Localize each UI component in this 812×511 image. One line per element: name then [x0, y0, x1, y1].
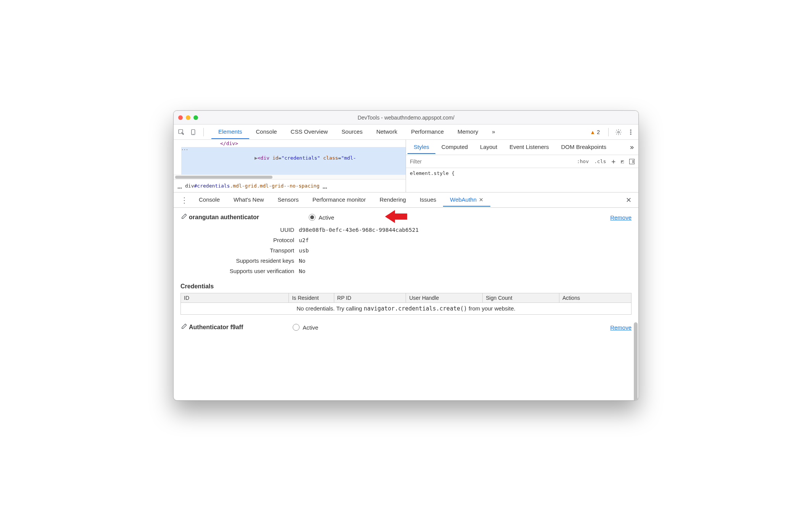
drawer-tabs: ⋮ Console What's New Sensors Performance… [174, 192, 638, 208]
active-radio-unchecked[interactable] [293, 324, 300, 331]
gear-icon[interactable] [613, 127, 624, 137]
credentials-empty-row: No credentials. Try calling navigator.cr… [181, 303, 632, 315]
col-actions: Actions [559, 293, 632, 303]
svg-point-5 [630, 131, 631, 132]
breadcrumb-prev[interactable]: … [177, 184, 182, 188]
active-label: Active [303, 324, 318, 331]
element-style-block[interactable]: element.style { [406, 168, 638, 178]
svg-point-6 [630, 134, 631, 134]
tab-sources[interactable]: Sources [335, 125, 369, 139]
device-toolbar-icon[interactable] [188, 127, 199, 137]
tab-console[interactable]: Console [249, 125, 284, 139]
tab-performance[interactable]: Performance [404, 125, 451, 139]
tab-network[interactable]: Network [369, 125, 404, 139]
hov-toggle[interactable]: :hov [577, 158, 589, 164]
drawer-tab-console[interactable]: Console [192, 193, 227, 207]
tab-dom-breakpoints[interactable]: DOM Breakpoints [555, 141, 612, 154]
webauthn-panel: orangutan authenticator Active Remove UU… [174, 208, 638, 400]
dom-selected-row[interactable]: ⋯ ▶<div id="credentials" class="mdl- [181, 147, 406, 169]
tab-computed[interactable]: Computed [435, 141, 474, 154]
mac-titlebar: DevTools - webauthndemo.appspot.com/ [174, 111, 638, 125]
col-id: ID [181, 293, 289, 303]
col-signcount: Sign Count [483, 293, 559, 303]
active-radio-checked[interactable] [309, 214, 316, 221]
edit-icon[interactable] [180, 213, 189, 222]
styles-pane: Styles Computed Layout Event Listeners D… [406, 140, 638, 192]
divider [608, 128, 609, 136]
dom-closing-div: </div> [220, 141, 238, 146]
horizontal-scrollbar[interactable] [174, 175, 406, 179]
annotation-arrow-icon [385, 208, 408, 225]
close-tab-icon[interactable]: ✕ [479, 197, 483, 203]
kv-resident-keys: Supports resident keysNo [180, 255, 632, 266]
authenticator-2-header: Authenticator f9aff Active Remove [180, 315, 632, 337]
authenticator-1-name: orangutan authenticator [189, 214, 259, 221]
kv-uuid: UUIDd98e08fb-0efc-43e6-968c-99844cab6521 [180, 225, 632, 235]
devtools-window: DevTools - webauthndemo.appspot.com/ Ele… [173, 110, 639, 401]
drawer-close-icon[interactable]: ✕ [622, 196, 635, 204]
tab-elements[interactable]: Elements [211, 125, 249, 139]
elements-upper-split: </div> ⋯ ▶<div id="credentials" class="m… [174, 140, 638, 192]
col-resident: Is Resident [289, 293, 334, 303]
resize-corner: ◩ [621, 158, 624, 164]
dom-selected-row-2[interactable]: grid mdl-grid--no-spacing">…</div> [181, 169, 406, 175]
tab-layout[interactable]: Layout [474, 141, 503, 154]
drawer-tab-whatsnew[interactable]: What's New [227, 193, 271, 207]
window-title: DevTools - webauthndemo.appspot.com/ [174, 115, 638, 121]
credentials-table: ID Is Resident RP ID User Handle Sign Co… [180, 293, 632, 315]
breadcrumb-tag[interactable]: div [185, 183, 194, 189]
drawer-tab-webauthn[interactable]: WebAuthn ✕ [443, 193, 490, 207]
tab-styles[interactable]: Styles [408, 141, 435, 154]
col-rp: RP ID [334, 293, 406, 303]
remove-link[interactable]: Remove [610, 324, 632, 331]
breadcrumb-cls[interactable]: .mdl-grid.mdl-grid--no-spacing [230, 183, 319, 189]
inspect-element-icon[interactable] [176, 127, 187, 137]
styles-filter-row: :hov .cls + ◩ [406, 155, 638, 168]
drawer-tab-webauthn-label: WebAuthn [450, 196, 477, 203]
svg-point-3 [618, 131, 620, 133]
remove-link[interactable]: Remove [610, 214, 632, 221]
new-rule-plus[interactable]: + [611, 157, 615, 165]
edit-icon[interactable] [180, 323, 189, 332]
drawer-tab-perfmon[interactable]: Performance monitor [306, 193, 373, 207]
vertical-scrollbar[interactable] [633, 322, 638, 400]
drawer-tab-rendering[interactable]: Rendering [373, 193, 413, 207]
styles-filter-input[interactable] [406, 156, 577, 167]
styles-tabs: Styles Computed Layout Event Listeners D… [406, 140, 638, 155]
tab-event-listeners[interactable]: Event Listeners [503, 141, 555, 154]
main-tabs: Elements Console CSS Overview Sources Ne… [211, 125, 502, 139]
authenticator-1-header: orangutan authenticator Active Remove [180, 208, 632, 225]
breadcrumb-next[interactable]: … [322, 184, 327, 188]
divider [203, 128, 204, 136]
authenticator-2-name: Authenticator f9aff [189, 324, 243, 331]
styles-tabs-more[interactable]: » [627, 143, 637, 151]
breadcrumb-id[interactable]: #credentials [194, 183, 230, 189]
devtools-toolbar: Elements Console CSS Overview Sources Ne… [174, 125, 638, 140]
warning-count: 2 [597, 129, 600, 135]
tab-css-overview[interactable]: CSS Overview [284, 125, 335, 139]
svg-marker-7 [385, 210, 407, 223]
drawer-tab-sensors[interactable]: Sensors [271, 193, 306, 207]
tab-memory[interactable]: Memory [451, 125, 485, 139]
drawer-kebab-icon[interactable]: ⋮ [177, 198, 192, 202]
warnings-badge[interactable]: ▲ 2 [590, 129, 600, 135]
cls-toggle[interactable]: .cls [594, 158, 606, 164]
kv-protocol: Protocolu2f [180, 235, 632, 245]
kv-transport: Transportusb [180, 245, 632, 255]
kebab-menu-icon[interactable] [625, 127, 636, 137]
col-userhandle: User Handle [406, 293, 483, 303]
svg-point-4 [630, 129, 631, 130]
dom-breadcrumbs[interactable]: … div#credentials.mdl-grid.mdl-grid--no-… [174, 179, 406, 192]
drawer-tab-issues[interactable]: Issues [413, 193, 443, 207]
active-label: Active [319, 214, 334, 221]
credentials-empty-code: navigator.credentials.create() [364, 305, 467, 312]
warning-icon: ▲ [590, 129, 595, 135]
sidebar-toggle-icon[interactable] [629, 159, 635, 164]
tabs-overflow[interactable]: » [485, 125, 502, 139]
credentials-heading: Credentials [180, 276, 632, 293]
dom-tree-pane[interactable]: </div> ⋯ ▶<div id="credentials" class="m… [174, 140, 406, 192]
kv-user-verification: Supports user verificationNo [180, 266, 632, 276]
